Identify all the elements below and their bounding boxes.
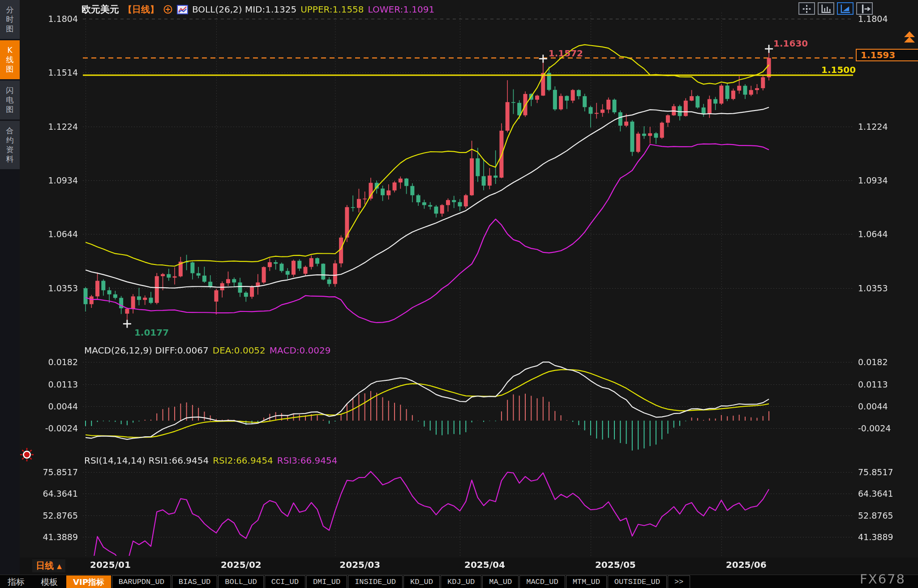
boll-mid-value: BOLL(26,2) MID:1.1325 — [192, 4, 296, 15]
macd-value: MACD:0.0029 — [270, 345, 331, 356]
macd-dea-value: DEA:0.0052 — [213, 345, 266, 356]
main-chart-header: 欧元美元 【日线】 BOLL(26,2) MID:1.1325 UPPER:1.… — [82, 3, 434, 16]
tab-MA_UD[interactable]: MA_UD — [482, 575, 519, 588]
tab-MACD_UD[interactable]: MACD_UD — [519, 575, 565, 588]
alert-sun-icon[interactable] — [20, 447, 34, 464]
axes-area-icon[interactable] — [837, 2, 854, 15]
tab-模板[interactable]: 模板 — [33, 575, 65, 588]
period-label: 日线 — [36, 560, 54, 572]
period-tag: 【日线】 — [123, 4, 159, 16]
boll-lower-value: LOWER:1.1091 — [368, 4, 435, 15]
date-axis-row — [20, 558, 918, 575]
sidebar-item-K线图[interactable]: K线图 — [0, 40, 20, 79]
rsi1-value: RSI(14,14,14) RSI1:66.9454 — [84, 455, 209, 466]
tab-指标[interactable]: 指标 — [0, 575, 32, 588]
price-up-arrow-icon — [904, 31, 915, 49]
tab-KD_UD[interactable]: KD_UD — [403, 575, 440, 588]
watermark: FX678 — [860, 571, 905, 587]
macd-diff-value: MACD(26,12,9) DIFF:0.0067 — [84, 345, 209, 356]
trading-app: 分时图K线图闪电图合约资料 欧元美元 【日线】 BOLL(26,2) MID:1… — [0, 0, 918, 588]
boll-upper-value: UPPER:1.1558 — [300, 4, 364, 15]
peak-price-label: 1.1572 — [549, 48, 583, 59]
compare-icon[interactable] — [163, 4, 173, 14]
sidebar: 分时图K线图闪电图合约资料 — [0, 0, 20, 588]
chart-canvas[interactable] — [0, 0, 918, 575]
tab-VIP指标[interactable]: VIP指标 — [66, 575, 111, 588]
rsi2-value: RSI2:66.9454 — [213, 455, 273, 466]
indicator-tab-bar: 指标模板VIP指标BARUPDN_UDBIAS_UDBOLL_UDCCI_UDD… — [0, 575, 918, 588]
current-price-value: 1.1593 — [861, 50, 895, 60]
lowest-price-label: 1.0177 — [134, 327, 169, 338]
macd-header: MACD(26,12,9) DIFF:0.0067 DEA:0.0052 MAC… — [84, 345, 331, 356]
rsi3-value: RSI3:66.9454 — [277, 455, 338, 466]
period-selector[interactable]: 日线 ▲ — [32, 559, 65, 572]
sidebar-item-闪电图[interactable]: 闪电图 — [0, 81, 20, 119]
tab-MTM_UD[interactable]: MTM_UD — [566, 575, 607, 588]
tab-OUTSIDE_UD[interactable]: OUTSIDE_UD — [608, 575, 667, 588]
highest-price-label: 1.1630 — [773, 38, 808, 49]
mini-chart-icon[interactable] — [177, 5, 188, 14]
tab-DMI_UD[interactable]: DMI_UD — [306, 575, 347, 588]
move-crosshair-icon[interactable] — [798, 2, 815, 15]
chart-toolbar — [798, 2, 873, 15]
tab-BOLL_UD[interactable]: BOLL_UD — [218, 575, 263, 588]
chevron-up-icon: ▲ — [57, 562, 62, 570]
axis-shift-icon[interactable] — [856, 2, 873, 15]
tab-BIAS_UD[interactable]: BIAS_UD — [172, 575, 217, 588]
axes-bars-icon[interactable] — [818, 2, 834, 15]
tab->>[interactable]: >> — [668, 575, 690, 588]
tab-CCI_UD[interactable]: CCI_UD — [265, 575, 305, 588]
sidebar-item-合约资料[interactable]: 合约资料 — [0, 121, 20, 169]
current-price-box: 1.1593 — [856, 49, 918, 61]
tab-INSIDE_UD[interactable]: INSIDE_UD — [348, 575, 403, 588]
sidebar-item-分时图[interactable]: 分时图 — [0, 0, 20, 39]
symbol-name: 欧元美元 — [82, 3, 119, 16]
alert-level-label: 1.1500 — [821, 64, 856, 75]
tab-BARUPDN_UD[interactable]: BARUPDN_UD — [112, 575, 171, 588]
rsi-header: RSI(14,14,14) RSI1:66.9454 RSI2:66.9454 … — [84, 455, 338, 466]
tab-KDJ_UD[interactable]: KDJ_UD — [441, 575, 481, 588]
